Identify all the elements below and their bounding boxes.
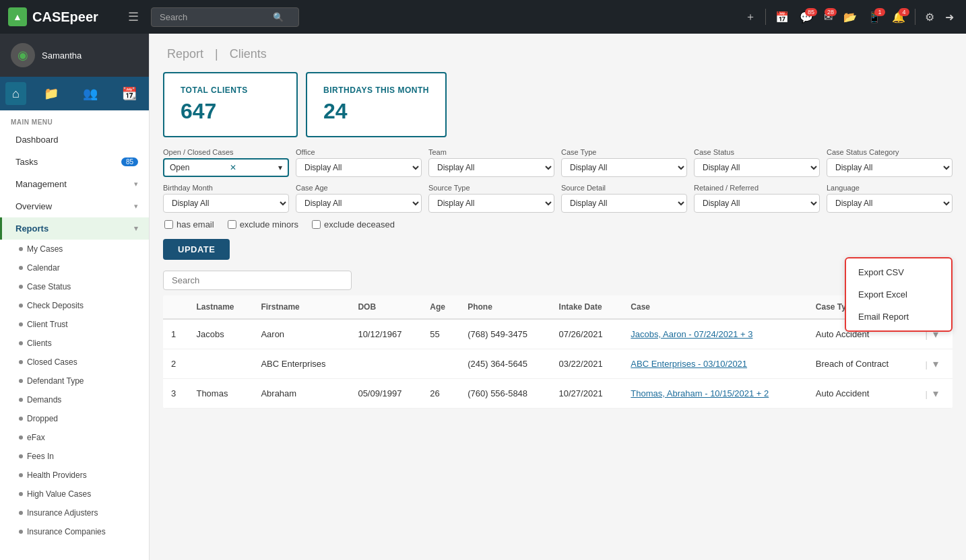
office-label: Office	[296, 148, 422, 156]
logout-button[interactable]: ➜	[941, 8, 958, 26]
hamburger-button[interactable]: ☰	[123, 7, 144, 27]
row-2-case-link[interactable]: ABC Enterprises - 03/10/2021	[631, 359, 747, 369]
row-2-dob	[350, 349, 422, 379]
retained-select[interactable]: Display All	[694, 194, 820, 213]
global-search-input[interactable]	[160, 12, 267, 22]
sidebar-item-reports[interactable]: Reports ▾	[0, 217, 149, 240]
row-3-case[interactable]: Thomas, Abraham - 10/15/2021 + 2	[622, 379, 807, 409]
sidebar-sub-demands[interactable]: Demands	[0, 390, 149, 409]
add-button[interactable]: ＋	[741, 7, 760, 27]
dot-icon	[19, 511, 23, 515]
export-csv-option[interactable]: Export CSV	[846, 261, 951, 283]
row-2-case[interactable]: ABC Enterprises - 03/10/2021	[622, 349, 807, 379]
sidebar-sub-case-status[interactable]: Case Status	[0, 277, 149, 296]
row-1-case[interactable]: Jacobs, Aaron - 07/24/2021 + 3	[622, 319, 807, 349]
inbox-button[interactable]: 📂	[839, 8, 861, 26]
row-3-num: 3	[163, 379, 188, 409]
has-email-checkbox[interactable]: has email	[164, 219, 214, 230]
update-button[interactable]: UPDATE	[163, 239, 230, 260]
mail-button[interactable]: ✉ 28	[820, 8, 837, 26]
col-phone: Phone	[459, 295, 550, 319]
dot-icon	[19, 322, 23, 326]
global-search-bar[interactable]: 🔍	[151, 7, 299, 27]
open-closed-value: Open	[170, 163, 189, 172]
open-closed-dropdown-icon[interactable]: ▾	[278, 163, 282, 172]
case-type-select[interactable]: Display All	[561, 158, 687, 177]
user-name: Samantha	[42, 50, 82, 61]
breadcrumb-separator: |	[215, 47, 222, 61]
clear-open-closed-icon[interactable]: ✕	[230, 163, 236, 172]
sidebar-calendar-icon[interactable]: 📆	[115, 82, 143, 105]
sidebar-item-tasks[interactable]: Tasks 85	[0, 151, 149, 173]
mobile-button[interactable]: 📱 1	[864, 8, 885, 26]
office-select[interactable]: Display All	[296, 158, 422, 177]
row-3-dob: 05/09/1997	[350, 379, 422, 409]
email-report-option[interactable]: Email Report	[846, 306, 951, 328]
sidebar-item-management[interactable]: Management ▾	[0, 173, 149, 195]
sidebar-sub-my-cases[interactable]: My Cases	[0, 240, 149, 258]
sidebar-tasks-label: Tasks	[15, 157, 121, 167]
main-layout: ◉ Samantha ⌂ 📁 👥 📆 MAIN MENU Dashboard T…	[0, 34, 966, 560]
row-3-case-link[interactable]: Thomas, Abraham - 10/15/2021 + 2	[631, 388, 769, 398]
row-2-case-type: Breach of Contract	[808, 349, 915, 379]
row-2-dropdown-icon[interactable]: ▾	[933, 358, 938, 370]
sidebar-sub-client-trust[interactable]: Client Trust	[0, 315, 149, 334]
table-search-input[interactable]	[163, 271, 352, 290]
source-detail-select[interactable]: Display All	[561, 194, 687, 213]
row-3-dropdown-icon[interactable]: ▾	[933, 388, 938, 399]
sidebar-home-icon[interactable]: ⌂	[5, 82, 26, 105]
tasks-badge: 85	[121, 158, 138, 166]
sidebar-sub-check-deposits[interactable]: Check Deposits	[0, 296, 149, 315]
filter-open-closed: Open / Closed Cases Open ✕ ▾	[163, 148, 289, 177]
sidebar-sub-high-value-cases[interactable]: High Value Cases	[0, 485, 149, 503]
sidebar-sub-efax[interactable]: eFax	[0, 428, 149, 447]
case-status-select[interactable]: Display All	[694, 158, 820, 177]
exclude-minors-input[interactable]	[228, 220, 236, 229]
calendar-button[interactable]: 📅	[771, 8, 793, 26]
row-1-case-link[interactable]: Jacobs, Aaron - 07/24/2021 + 3	[631, 329, 752, 339]
sidebar-sub-closed-cases[interactable]: Closed Cases	[0, 353, 149, 372]
sidebar-sub-insurance-companies[interactable]: Insurance Companies	[0, 522, 149, 541]
sidebar-sub-health-providers[interactable]: Health Providers	[0, 466, 149, 485]
total-clients-card: TOTAL CLIENTS 647	[163, 72, 298, 137]
settings-button[interactable]: ⚙	[921, 8, 938, 26]
language-select[interactable]: Display All	[827, 194, 953, 213]
sidebar-item-overview[interactable]: Overview ▾	[0, 195, 149, 217]
clients-table: Lastname Firstname DOB Age Phone Intake …	[163, 295, 953, 409]
exclude-deceased-input[interactable]	[312, 220, 321, 229]
sidebar-item-dashboard[interactable]: Dashboard	[0, 129, 149, 151]
col-age: Age	[422, 295, 459, 319]
filter-case-age: Case Age Display All	[296, 184, 422, 213]
sidebar-sub-insurance-adjusters[interactable]: Insurance Adjusters	[0, 503, 149, 522]
sidebar-people-icon[interactable]: 👥	[76, 82, 104, 105]
exclude-minors-checkbox[interactable]: exclude minors	[228, 219, 298, 230]
source-type-select[interactable]: Display All	[428, 194, 554, 213]
sidebar-sub-dropped[interactable]: Dropped	[0, 409, 149, 428]
messages-button[interactable]: 💬 85	[796, 8, 817, 26]
team-select[interactable]: Display All	[428, 158, 554, 177]
sidebar-sub-fees-in[interactable]: Fees In	[0, 447, 149, 466]
export-excel-option[interactable]: Export Excel	[846, 283, 951, 306]
case-type-label: Case Type	[561, 148, 687, 156]
sub-check-deposits-label: Check Deposits	[27, 301, 84, 310]
sidebar-sub-clients[interactable]: Clients	[0, 334, 149, 353]
row-3-intake-date: 10/27/2021	[551, 379, 623, 409]
case-status-category-select[interactable]: Display All	[827, 158, 953, 177]
case-age-select[interactable]: Display All	[296, 194, 422, 213]
email-report-label: Email Report	[858, 312, 909, 322]
pipe-icon: |	[926, 359, 928, 370]
table-row: 3 Thomas Abraham 05/09/1997 26 (760) 556…	[163, 379, 953, 409]
filter-source-type: Source Type Display All	[428, 184, 554, 213]
sub-insurance-adjusters-label: Insurance Adjusters	[27, 508, 98, 518]
exclude-deceased-checkbox[interactable]: exclude deceased	[312, 219, 395, 230]
has-email-label: has email	[176, 219, 214, 230]
sidebar-sub-defendant-type[interactable]: Defendant Type	[0, 372, 149, 390]
alerts-button[interactable]: 🔔 4	[888, 8, 909, 26]
sidebar-folder-icon[interactable]: 📁	[37, 82, 65, 105]
sidebar-sub-calendar[interactable]: Calendar	[0, 258, 149, 277]
table-header-row-el: Lastname Firstname DOB Age Phone Intake …	[163, 295, 953, 319]
has-email-input[interactable]	[164, 220, 173, 229]
case-status-category-label: Case Status Category	[827, 148, 953, 156]
open-closed-select[interactable]: Open ✕ ▾	[163, 158, 289, 177]
birthday-month-select[interactable]: Display All	[163, 194, 289, 213]
